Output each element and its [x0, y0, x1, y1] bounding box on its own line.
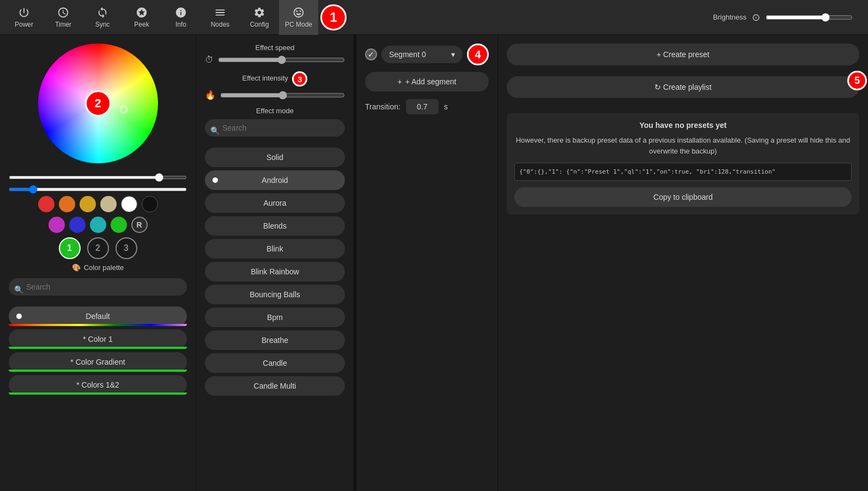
brightness-icon: ⊙ — [752, 11, 760, 23]
effect-blink[interactable]: Blink — [205, 239, 345, 259]
preset-info-box: You have no presets yet However, there i… — [507, 113, 859, 214]
brightness-slider[interactable] — [766, 13, 853, 22]
swatch-random[interactable]: R — [131, 217, 148, 233]
transition-input[interactable] — [406, 99, 439, 114]
color-slot-3[interactable]: 3 — [116, 237, 137, 259]
left-panel: 2 R 1 — [0, 35, 196, 491]
effect-candle-multi[interactable]: Candle Multi — [205, 376, 345, 396]
nav-power[interactable]: Power — [4, 0, 44, 35]
badge-2: 2 — [85, 90, 111, 116]
color-cursor — [120, 106, 128, 113]
effect-solid[interactable]: Solid — [205, 148, 345, 167]
effect-aurora[interactable]: Aurora — [205, 193, 345, 213]
warm-slider-row — [9, 184, 187, 193]
speed-icon: ⏱ — [205, 55, 214, 65]
swatch-blue[interactable] — [69, 217, 86, 233]
swatch-magenta[interactable] — [48, 217, 65, 233]
preset-search-input[interactable] — [9, 278, 187, 296]
preset-default[interactable]: Default — [9, 306, 187, 326]
chevron-down-icon: ▾ — [451, 50, 455, 59]
nav-sync[interactable]: Sync — [83, 0, 122, 35]
no-presets-desc: However, there is backup preset data of … — [514, 135, 852, 156]
effect-speed-row: ⏱ — [205, 55, 345, 65]
preset-search-icon: 🔍 — [14, 285, 23, 294]
white-slider-row — [9, 172, 187, 181]
center-panel: Effect speed ⏱ Effect intensity 3 🔥 Effe… — [196, 35, 354, 491]
effect-search-icon: 🔍 — [210, 126, 220, 135]
swatch-white[interactable] — [121, 196, 137, 212]
preset-color-gradient[interactable]: * Color Gradient — [9, 352, 187, 372]
badge-3: 3 — [292, 71, 307, 87]
preset-color1[interactable]: * Color 1 — [9, 329, 187, 349]
swatch-orange[interactable] — [59, 196, 75, 212]
palette-toggle[interactable]: 🎨 Color palette — [72, 263, 124, 272]
preset-bar — [9, 370, 187, 372]
swatch-black[interactable] — [142, 196, 158, 212]
preset-code-box: {"0":{},"1": {"n":"Preset 1","ql":"1","o… — [514, 163, 852, 181]
effect-android[interactable]: Android — [205, 170, 345, 190]
swatch-cyan[interactable] — [90, 217, 106, 233]
swatch-row-2: R — [48, 217, 148, 233]
effect-intensity-slider[interactable] — [220, 91, 345, 100]
color-slots: 1 2 3 — [59, 237, 137, 259]
effect-breathe[interactable]: Breathe — [205, 330, 345, 350]
palette-icon: 🎨 — [72, 263, 81, 272]
swatch-tan[interactable] — [100, 196, 117, 212]
swatch-yellow[interactable] — [80, 196, 96, 212]
preset-bar — [9, 392, 187, 395]
preset-dot — [16, 314, 22, 319]
nav-timer[interactable]: Timer — [44, 0, 83, 35]
effect-bpm[interactable]: Bpm — [205, 308, 345, 327]
swatch-green[interactable] — [111, 217, 127, 233]
copy-to-clipboard-button[interactable]: Copy to clipboard — [514, 187, 852, 207]
add-segment-button[interactable]: + + Add segment — [365, 72, 489, 91]
preset-colors-1-2[interactable]: * Colors 1&2 — [9, 375, 187, 395]
segment-header: ✓ Segment 0 ▾ 4 — [365, 44, 489, 65]
color-slot-1[interactable]: 1 — [59, 237, 81, 259]
warm-slider[interactable] — [9, 188, 187, 191]
nav-info[interactable]: Info — [161, 0, 201, 35]
effect-speed-label: Effect speed — [205, 44, 345, 52]
effect-list: Solid Android Aurora Blends Blink Blink … — [205, 148, 345, 396]
effect-search-wrapper: 🔍 — [205, 119, 345, 142]
no-presets-title: You have no presets yet — [514, 121, 852, 130]
white-slider[interactable] — [9, 176, 187, 179]
segment-panel: ✓ Segment 0 ▾ 4 + + Add segment Transiti… — [356, 35, 498, 491]
effect-speed-slider[interactable] — [218, 56, 345, 64]
color-wheel[interactable]: 2 — [38, 44, 158, 163]
effect-candle[interactable]: Candle — [205, 353, 345, 373]
segment-dropdown[interactable]: Segment 0 ▾ — [381, 46, 463, 63]
transition-row: Transition: s — [365, 99, 489, 114]
nav-config[interactable]: Config — [240, 0, 279, 35]
color-slot-2[interactable]: 2 — [87, 237, 109, 259]
effect-intensity-row: 🔥 — [205, 90, 345, 100]
main-content: 2 R 1 — [0, 35, 868, 491]
brightness-section: Brightness ⊙ — [713, 11, 864, 23]
nav-nodes[interactable]: Nodes — [201, 0, 240, 35]
badge-4: 4 — [467, 44, 489, 65]
nav-peek[interactable]: Peek — [122, 0, 161, 35]
check-icon: ✓ — [368, 50, 374, 59]
nav-pcmode[interactable]: PC Mode — [279, 0, 318, 35]
effect-bouncing-balls[interactable]: Bouncing Balls — [205, 285, 345, 304]
preset-bar — [9, 347, 187, 349]
create-playlist-button[interactable]: ↻ Create playlist — [507, 76, 859, 98]
effect-active-dot — [213, 177, 218, 183]
plus-icon: + — [398, 77, 402, 86]
effect-mode-title: Effect mode — [205, 107, 345, 115]
effect-blink-rainbow[interactable]: Blink Rainbow — [205, 262, 345, 281]
badge-1: 1 — [320, 4, 347, 30]
swatch-row-1 — [38, 196, 158, 212]
right-panel: + Create preset ↻ Create playlist 5 You … — [498, 35, 868, 491]
effect-intensity-label: Effect intensity 3 — [205, 71, 345, 87]
preset-search-wrapper: 🔍 — [9, 278, 187, 301]
effect-blends[interactable]: Blends — [205, 216, 345, 236]
swatch-red[interactable] — [38, 196, 54, 212]
preset-bar — [9, 324, 187, 326]
intensity-icon: 🔥 — [205, 90, 216, 100]
effect-search-input[interactable] — [205, 119, 345, 137]
badge-5: 5 — [847, 71, 867, 90]
create-preset-button[interactable]: + Create preset — [507, 44, 859, 65]
top-nav: Power Timer Sync Peek Info Nodes Config … — [0, 0, 868, 35]
segment-checkbox[interactable]: ✓ — [365, 48, 377, 60]
